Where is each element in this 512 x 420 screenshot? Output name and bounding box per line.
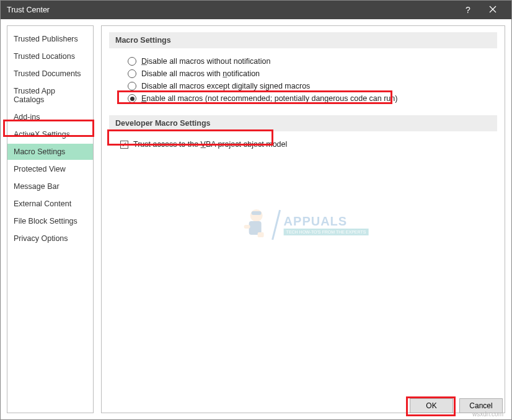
radio-icon bbox=[128, 94, 136, 103]
mascot-icon bbox=[238, 206, 269, 243]
sidebar-item-trusted-publishers[interactable]: Trusted Publishers bbox=[7, 31, 93, 47]
svg-rect-4 bbox=[249, 221, 262, 235]
radio-label: Disable all macros except digitally sign… bbox=[141, 82, 310, 90]
sidebar-item-external-content[interactable]: External Content bbox=[7, 196, 93, 212]
svg-rect-6 bbox=[258, 232, 264, 237]
radio-icon bbox=[128, 57, 136, 66]
ok-button[interactable]: OK bbox=[410, 398, 453, 413]
close-icon bbox=[489, 6, 497, 13]
radio-label: Enable all macros (not recommended; pote… bbox=[141, 94, 397, 103]
sidebar: Trusted Publishers Trusted Locations Tru… bbox=[7, 25, 94, 413]
checkbox-trust-vba[interactable]: ✓ Trust access to the VBA project object… bbox=[120, 140, 497, 149]
sidebar-item-add-ins[interactable]: Add-ins bbox=[7, 109, 93, 125]
sidebar-item-trusted-documents[interactable]: Trusted Documents bbox=[7, 66, 93, 82]
window-title: Trust Center bbox=[7, 6, 456, 14]
radio-icon bbox=[128, 69, 136, 78]
sidebar-item-trusted-locations[interactable]: Trusted Locations bbox=[7, 48, 93, 64]
radio-disable-no-notification[interactable]: Disable all macros without notification bbox=[128, 57, 497, 66]
sidebar-item-privacy-options[interactable]: Privacy Options bbox=[7, 230, 93, 247]
sidebar-item-activex-settings[interactable]: ActiveX Settings bbox=[7, 126, 93, 142]
section-heading-dev: Developer Macro Settings bbox=[109, 115, 497, 131]
sidebar-item-macro-settings[interactable]: Macro Settings bbox=[7, 144, 93, 160]
dev-options: ✓ Trust access to the VBA project object… bbox=[120, 140, 497, 149]
close-button[interactable] bbox=[480, 5, 505, 15]
radio-enable-all[interactable]: Enable all macros (not recommended; pote… bbox=[128, 94, 497, 103]
checkbox-label: Trust access to the VBA project object m… bbox=[133, 140, 287, 149]
sidebar-item-file-block-settings[interactable]: File Block Settings bbox=[7, 213, 93, 229]
svg-rect-5 bbox=[244, 225, 250, 229]
sidebar-item-trusted-app-catalogs[interactable]: Trusted App Catalogs bbox=[7, 83, 93, 108]
radio-icon bbox=[128, 82, 136, 90]
slash-icon bbox=[271, 209, 281, 241]
sidebar-item-protected-view[interactable]: Protected View bbox=[7, 161, 93, 177]
main-panel: Macro Settings Disable all macros withou… bbox=[101, 25, 505, 413]
sidebar-item-message-bar[interactable]: Message Bar bbox=[7, 178, 93, 195]
svg-rect-3 bbox=[252, 211, 262, 215]
checkbox-icon: ✓ bbox=[120, 141, 128, 149]
svg-point-2 bbox=[250, 209, 263, 222]
titlebar: Trust Center ? bbox=[1, 1, 511, 19]
watermark-brand: APPUALS bbox=[284, 214, 369, 229]
watermark-tag: TECH HOW-TO'S FROM THE EXPERTS bbox=[284, 229, 369, 235]
svg-line-7 bbox=[273, 210, 280, 240]
radio-label: Disable all macros without notification bbox=[141, 57, 270, 66]
attribution: wsxdn.com bbox=[472, 411, 503, 418]
radio-disable-except-signed[interactable]: Disable all macros except digitally sign… bbox=[128, 82, 497, 90]
watermark: APPUALS TECH HOW-TO'S FROM THE EXPERTS bbox=[238, 206, 369, 243]
dialog-body: Trusted Publishers Trusted Locations Tru… bbox=[1, 19, 511, 419]
radio-label: Disable all macros with notification bbox=[141, 69, 260, 78]
section-heading-macro: Macro Settings bbox=[109, 32, 497, 48]
macro-options: Disable all macros without notification … bbox=[128, 57, 497, 103]
help-button[interactable]: ? bbox=[456, 5, 480, 15]
trust-center-dialog: Trust Center ? Trusted Publishers Truste… bbox=[0, 0, 512, 420]
radio-disable-with-notification[interactable]: Disable all macros with notification bbox=[128, 69, 497, 78]
